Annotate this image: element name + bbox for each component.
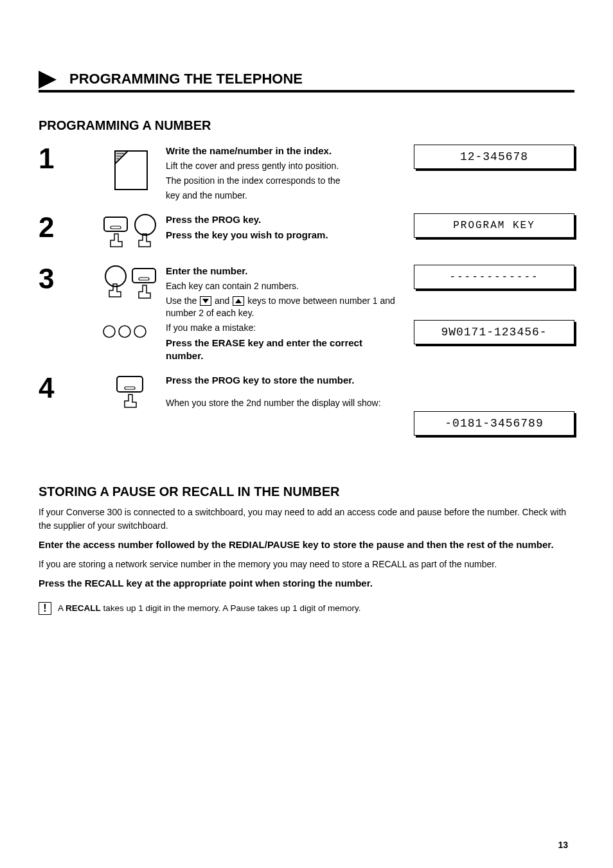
- step-number: 1: [39, 145, 96, 173]
- step-text: Write the name/number in the index.: [166, 145, 401, 157]
- svg-marker-18: [235, 299, 242, 303]
- svg-rect-6: [104, 217, 127, 231]
- step-number: 4: [39, 374, 96, 402]
- header-title: PROGRAMMING THE TELEPHONE: [69, 71, 574, 89]
- lcd-display: 12-345678: [414, 145, 574, 169]
- paragraph: If you are storing a network service num…: [39, 558, 574, 571]
- step-3: 3: [39, 265, 574, 365]
- svg-rect-7: [111, 226, 121, 229]
- section-header: PROGRAMMING THE TELEPHONE: [39, 71, 574, 93]
- paragraph: Press the RECALL key at the appropriate …: [39, 576, 574, 591]
- index-card-icon: [96, 145, 166, 196]
- step-text: Press the PROG key.: [166, 213, 401, 226]
- step-text: Each key can contain 2 numbers.: [166, 280, 401, 292]
- step-text: Enter the number.: [166, 265, 401, 278]
- svg-point-14: [134, 326, 146, 337]
- press-prog-key-icon: [96, 213, 166, 256]
- step-number: 2: [39, 213, 96, 242]
- svg-marker-0: [39, 71, 57, 89]
- svg-point-8: [135, 215, 155, 235]
- svg-point-9: [105, 266, 126, 287]
- step-2: 2 Press the PROG key. Press the key you …: [39, 213, 574, 256]
- lcd-display: PROGRAM KEY: [414, 213, 574, 238]
- note: ! A RECALL takes up 1 digit in the memor…: [39, 602, 574, 615]
- step-4: 4 Press the PROG key to store the number…: [39, 374, 574, 452]
- step-1: 1 Write the name/number in the index. Li…: [39, 145, 574, 204]
- step-text: key and the number.: [166, 190, 401, 202]
- step-number: 3: [39, 265, 96, 293]
- press-round-and-rect-key-icon: [102, 296, 161, 306]
- step-text: Press the key you wish to program.: [166, 229, 401, 242]
- three-round-keys-icon: [102, 330, 148, 341]
- lcd-display: -0181-3456789: [414, 411, 574, 436]
- step-text: Lift the cover and press gently into pos…: [166, 160, 401, 172]
- page-number: 13: [558, 840, 568, 850]
- paragraph: Enter the access number followed by the …: [39, 538, 574, 553]
- down-arrow-key-icon: [200, 296, 211, 306]
- section-title: PROGRAMMING A NUMBER: [39, 118, 574, 133]
- svg-point-12: [103, 326, 115, 337]
- press-rect-key-icon: [96, 374, 166, 411]
- subsection-title: STORING A PAUSE OR RECALL IN THE NUMBER: [39, 484, 574, 499]
- svg-point-13: [119, 326, 130, 337]
- lcd-display: ------------: [414, 265, 574, 289]
- play-triangle-icon: [39, 71, 58, 89]
- lcd-display: 9W0171-123456-: [414, 320, 574, 344]
- note-text: A RECALL takes up 1 digit in the memory.…: [58, 602, 361, 615]
- step-sublabel: When you store the 2nd number the displa…: [166, 397, 401, 409]
- up-arrow-key-icon: [233, 296, 244, 306]
- svg-rect-10: [132, 269, 155, 283]
- step-text: Press the PROG key to store the number.: [166, 374, 401, 387]
- svg-marker-16: [202, 299, 209, 303]
- svg-rect-11: [139, 278, 149, 280]
- svg-rect-20: [125, 387, 135, 389]
- step-text: Press the ERASE key and enter the correc…: [166, 337, 401, 363]
- step-text: Use the and keys to move between number …: [166, 295, 401, 319]
- step-text: If you make a mistake:: [166, 322, 401, 334]
- paragraph: If your Converse 300 is connected to a s…: [39, 506, 574, 533]
- step-text: The position in the index corresponds to…: [166, 175, 401, 187]
- attention-icon: !: [39, 602, 51, 615]
